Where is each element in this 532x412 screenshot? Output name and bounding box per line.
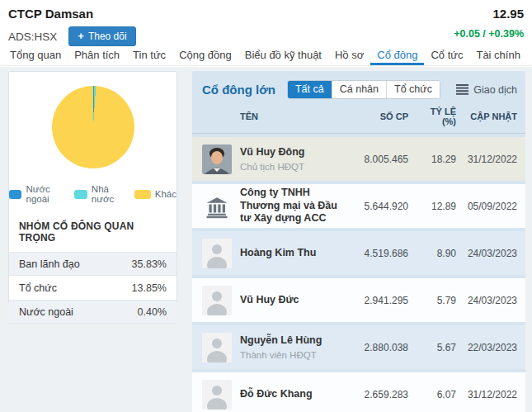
pct-value: 6.07 bbox=[417, 389, 456, 400]
shareholder-role: Thành viên HĐQT bbox=[240, 350, 351, 360]
filter-to-chuc[interactable]: Tổ chức bbox=[387, 81, 440, 98]
ticker-symbol: ADS:HSX bbox=[8, 31, 57, 43]
tab-co-tuc[interactable]: Cổ tức bbox=[424, 43, 469, 65]
group-value: 0.40% bbox=[138, 306, 167, 318]
transactions-link[interactable]: Giao dịch bbox=[456, 84, 517, 96]
shares-value: 2.659.283 bbox=[359, 389, 408, 400]
important-groups-list: Ban lãnh đạo 35.83% Tổ chức 13.85% Nước … bbox=[9, 252, 177, 324]
shares-value: 4.519.686 bbox=[359, 248, 408, 259]
group-row-to-chuc: Tổ chức 13.85% bbox=[9, 276, 177, 300]
legend-item-khac[interactable]: Khác bbox=[134, 184, 177, 204]
updated-date: 24/03/2023 bbox=[464, 295, 517, 306]
pct-value: 8.90 bbox=[417, 248, 456, 259]
person-icon bbox=[202, 380, 232, 410]
table-row[interactable]: Công ty TNHH Thương mại và Đầu tư Xây dự… bbox=[192, 184, 525, 228]
panel-title: Cổ đông lớn bbox=[202, 83, 275, 97]
updated-date: 24/03/2023 bbox=[464, 248, 517, 259]
legend-item-nha-nuoc[interactable]: Nhà nước bbox=[74, 184, 124, 204]
col-so-cp: SỐ CP bbox=[359, 111, 408, 121]
shares-value: 5.644.920 bbox=[359, 201, 408, 212]
legend-label: Nước ngoài bbox=[26, 184, 64, 204]
ownership-pie-chart[interactable] bbox=[52, 86, 134, 168]
legend-label: Nhà nước bbox=[92, 184, 125, 204]
tab-bieu-do-ky-thuat[interactable]: Biểu đồ kỹ thuật bbox=[238, 43, 328, 65]
shareholder-name: Đỗ Đức Khang bbox=[240, 388, 351, 401]
follow-button-label: Theo dõi bbox=[88, 31, 127, 42]
group-label: Tổ chức bbox=[19, 282, 57, 294]
shareholder-name: Nguyễn Lê Hùng bbox=[240, 334, 351, 348]
updated-date: 31/12/2022 bbox=[464, 389, 517, 400]
plus-icon: + bbox=[78, 30, 84, 42]
important-groups-title: NHÓM CỔ ĐÔNG QUAN TRỌNG bbox=[19, 220, 167, 244]
group-row-ban-lanh-dao: Ban lãnh đạo 35.83% bbox=[9, 252, 177, 276]
follow-button[interactable]: + Theo dõi bbox=[68, 26, 135, 46]
table-row[interactable]: Hoàng Kim Thu 4.519.686 8.90 24/03/2023 bbox=[192, 231, 525, 275]
transactions-label: Giao dịch bbox=[473, 84, 517, 96]
price-change: +0.05 / +0.39% bbox=[454, 28, 524, 40]
group-value: 13.85% bbox=[132, 282, 167, 294]
shares-value: 2.941.295 bbox=[359, 295, 408, 306]
pie-legend: Nước ngoài Nhà nước Khác bbox=[9, 184, 177, 204]
shareholder-role: Chủ tịch HĐQT bbox=[240, 162, 351, 172]
updated-date: 31/12/2022 bbox=[464, 154, 517, 165]
group-label: Ban lãnh đạo bbox=[19, 258, 80, 270]
table-row[interactable]: Đỗ Đức Khang 2.659.283 6.07 31/12/2022 bbox=[192, 372, 525, 412]
pct-value: 18.29 bbox=[417, 154, 456, 165]
bank-icon bbox=[202, 192, 232, 221]
shareholder-filter: Tất cả Cá nhân Tổ chức bbox=[287, 80, 440, 99]
tab-ho-so[interactable]: Hồ sơ bbox=[328, 43, 370, 65]
shares-value: 8.005.465 bbox=[359, 154, 408, 165]
legend-swatch-blue bbox=[9, 190, 21, 199]
company-name: CTCP Damsan bbox=[8, 7, 524, 21]
col-ty-le: TỶ LỆ (%) bbox=[417, 107, 456, 126]
tab-gia-qua-khu[interactable]: Giá quá khứ bbox=[527, 43, 532, 65]
group-label: Nước ngoài bbox=[19, 306, 73, 318]
page-content: Nước ngoài Nhà nước Khác NHÓM CỔ ĐÔNG QU… bbox=[0, 67, 532, 412]
filter-ca-nhan[interactable]: Cá nhân bbox=[332, 81, 387, 98]
table-row[interactable]: Vũ Huy Đức 2.941.295 5.79 24/03/2023 bbox=[192, 278, 525, 322]
stock-shareholders-page: CTCP Damsan ADS:HSX + Theo dõi 12.95 +0.… bbox=[0, 0, 532, 412]
legend-label: Khác bbox=[155, 189, 177, 199]
tab-tai-chinh[interactable]: Tài chính bbox=[469, 43, 526, 65]
legend-item-nuoc-ngoai[interactable]: Nước ngoài bbox=[9, 184, 64, 204]
table-header: TÊN SỐ CP TỶ LỆ (%) CẬP NHẬT bbox=[192, 107, 525, 134]
person-icon bbox=[202, 333, 232, 362]
company-header: CTCP Damsan ADS:HSX + Theo dõi 12.95 +0.… bbox=[0, 0, 532, 43]
person-icon bbox=[202, 239, 232, 268]
shareholder-name: Vũ Huy Đông bbox=[240, 146, 351, 159]
pct-value: 12.89 bbox=[417, 201, 456, 212]
major-shareholders-card: Cổ đông lớn Tất cả Cá nhân Tổ chức Giao … bbox=[192, 71, 525, 412]
group-row-nuoc-ngoai: Nước ngoài 0.40% bbox=[9, 300, 177, 324]
avatar-photo bbox=[202, 144, 232, 174]
shareholder-name: Vũ Huy Đức bbox=[240, 294, 351, 307]
panel-header: Cổ đông lớn Tất cả Cá nhân Tổ chức Giao … bbox=[192, 71, 525, 107]
shares-value: 2.880.038 bbox=[359, 342, 408, 353]
tab-phan-tich[interactable]: Phân tích bbox=[68, 43, 126, 65]
tab-cong-dong[interactable]: Cộng đồng bbox=[172, 43, 238, 65]
group-value: 35.83% bbox=[132, 258, 167, 270]
shareholder-name: Công ty TNHH Thương mại và Đầu tư Xây dự… bbox=[240, 187, 351, 225]
pct-value: 5.79 bbox=[417, 295, 456, 306]
updated-date: 22/03/2023 bbox=[464, 342, 517, 353]
pct-value: 5.67 bbox=[417, 342, 456, 353]
tab-tin-tuc[interactable]: Tin tức bbox=[126, 43, 172, 65]
tab-co-dong[interactable]: Cổ đông bbox=[370, 43, 424, 65]
ownership-structure-card: Nước ngoài Nhà nước Khác NHÓM CỔ ĐÔNG QU… bbox=[8, 71, 177, 303]
col-cap-nhat: CẬP NHẬT bbox=[464, 111, 517, 121]
legend-swatch-yellow bbox=[134, 190, 151, 199]
nav-tabs: Tổng quan Phân tích Tin tức Cộng đồng Bi… bbox=[0, 43, 532, 66]
updated-date: 05/09/2022 bbox=[464, 201, 517, 212]
tab-tong-quan[interactable]: Tổng quan bbox=[3, 43, 68, 65]
legend-swatch-teal bbox=[74, 190, 87, 199]
list-icon bbox=[456, 84, 468, 95]
person-icon bbox=[202, 286, 232, 315]
stock-price: 12.95 bbox=[454, 7, 524, 21]
table-row[interactable]: Vũ Huy Đông Chủ tịch HĐQT 8.005.465 18.2… bbox=[192, 137, 525, 181]
filter-tat-ca[interactable]: Tất cả bbox=[288, 81, 332, 98]
col-ten: TÊN bbox=[240, 111, 351, 121]
shareholder-name: Hoàng Kim Thu bbox=[240, 247, 351, 260]
table-row[interactable]: Nguyễn Lê Hùng Thành viên HĐQT 2.880.038… bbox=[192, 325, 525, 369]
